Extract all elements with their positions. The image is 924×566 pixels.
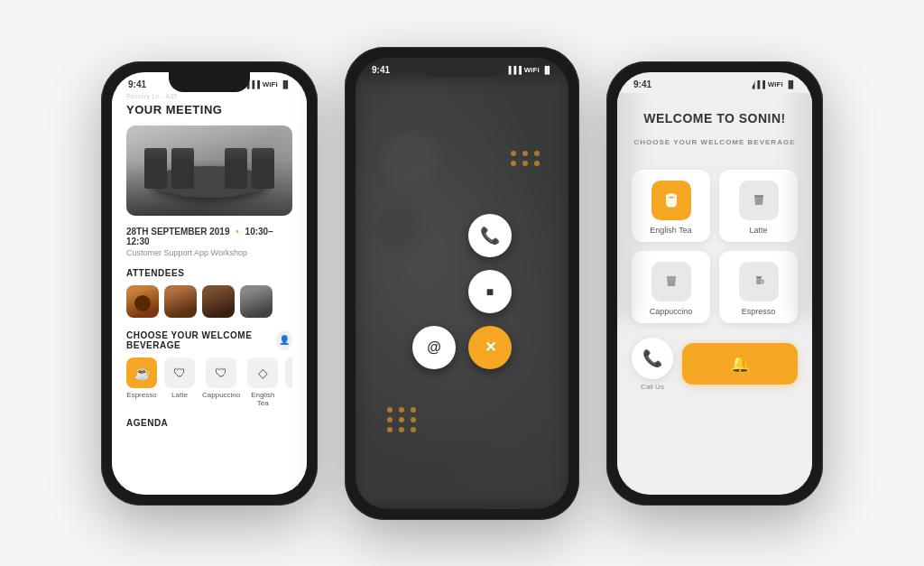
dot bbox=[411, 427, 416, 432]
espresso-card-icon bbox=[739, 262, 779, 302]
beverage-grid: English Tea Latte bbox=[617, 170, 812, 323]
avatar-4 bbox=[240, 285, 273, 318]
dot bbox=[387, 407, 393, 413]
dot bbox=[411, 407, 416, 413]
dot bbox=[387, 417, 393, 422]
phone-right: 9:41 ▐▐▐ WiFi ▐▌ WELCOME TO SONIN! CHOOS… bbox=[606, 61, 823, 506]
dots-grid-right bbox=[511, 151, 541, 166]
bev-item-espresso[interactable]: ☕ Espresso bbox=[126, 357, 157, 407]
dots-grid-left bbox=[387, 407, 418, 432]
notch-center bbox=[421, 58, 503, 78]
latte-card-label: Latte bbox=[749, 226, 767, 235]
map-label: Rectory Ln · A35 bbox=[126, 93, 292, 99]
dot bbox=[522, 161, 528, 166]
phone-screen-left: Rectory Ln · A35 YOUR MEETING bbox=[112, 93, 307, 490]
phone-center: 9:41 ▐▐▐ WiFi ▐▌ bbox=[345, 47, 579, 520]
phone-center-screen: 9:41 ▐▐▐ WiFi ▐▌ bbox=[356, 58, 568, 509]
agenda-title: AGENDA bbox=[126, 418, 292, 428]
bev-card-english-tea[interactable]: English Tea bbox=[632, 170, 710, 242]
cappuccino-label: Cappuccino bbox=[202, 391, 240, 399]
meeting-image-inner bbox=[126, 125, 292, 216]
dot bbox=[387, 427, 393, 432]
avatar-1 bbox=[126, 285, 159, 318]
dot bbox=[399, 407, 404, 413]
cappuccino-icon: 🛡 bbox=[206, 357, 236, 388]
latte-icon: 🛡 bbox=[164, 357, 195, 388]
notch-left bbox=[169, 72, 250, 92]
bev-card-espresso[interactable]: Espresso bbox=[719, 251, 798, 323]
meeting-subtitle: Customer Support App Workshop bbox=[126, 248, 292, 257]
espresso-label: Espresso bbox=[126, 391, 156, 399]
status-icons-center: ▐▐▐ WiFi ▐▌ bbox=[506, 66, 552, 74]
time-right: 9:41 bbox=[633, 79, 651, 89]
more-icon: » bbox=[285, 357, 292, 388]
call-us-button[interactable]: 📞 bbox=[632, 338, 673, 379]
choose-beverage-label: CHOOSE YOUR WELCOME BEVERAGE bbox=[632, 138, 798, 146]
wifi-icon: WiFi bbox=[263, 80, 278, 88]
dot bbox=[511, 151, 516, 156]
phones-container: 9:41 ▐▐▐ WiFi ▐▌ Rectory Ln · A35 YOUR M… bbox=[0, 29, 924, 538]
dot bbox=[534, 161, 540, 166]
notify-button[interactable]: 🔔 bbox=[682, 343, 798, 385]
phone-screen-right: WELCOME TO SONIN! CHOOSE YOUR WELCOME BE… bbox=[617, 93, 812, 490]
dot bbox=[399, 427, 404, 432]
avatar-3 bbox=[202, 285, 235, 318]
svg-rect-0 bbox=[669, 197, 674, 199]
side-blur-left bbox=[617, 93, 635, 319]
bottom-actions: 📞 Call Us 🔔 bbox=[617, 338, 812, 391]
message-fab-button[interactable]: ■ bbox=[468, 270, 512, 313]
bev-card-latte[interactable]: Latte bbox=[719, 170, 798, 242]
phone-left: 9:41 ▐▐▐ WiFi ▐▌ Rectory Ln · A35 YOUR M… bbox=[101, 61, 318, 506]
bev-item-cappuccino[interactable]: 🛡 Cappuccino bbox=[202, 357, 240, 407]
beverage-section-title: CHOOSE YOUR WELCOME BEVERAGE bbox=[126, 330, 276, 350]
phone-right-screen: 9:41 ▐▐▐ WiFi ▐▌ WELCOME TO SONIN! CHOOS… bbox=[617, 72, 812, 495]
cappuccino-card-label: Cappuccino bbox=[650, 307, 693, 316]
dot bbox=[411, 417, 416, 422]
dot bbox=[522, 151, 528, 156]
svg-rect-1 bbox=[757, 198, 761, 199]
battery-icon-c: ▐▌ bbox=[542, 66, 552, 74]
bev-item-english-tea[interactable]: ◇ English Tea bbox=[247, 357, 278, 407]
welcome-title: WELCOME TO SONIN! bbox=[632, 111, 798, 125]
beverages-scroll[interactable]: ☕ Espresso 🛡 Latte 🛡 Cappuccino ◇ Englis… bbox=[126, 357, 292, 407]
svg-rect-3 bbox=[670, 279, 673, 280]
time-left: 9:41 bbox=[128, 79, 146, 89]
bev-item-latte[interactable]: 🛡 Latte bbox=[164, 357, 195, 407]
avatar-2 bbox=[164, 285, 197, 318]
dot bbox=[399, 417, 404, 422]
english-tea-label: English Tea bbox=[247, 391, 278, 407]
cappuccino-card-icon bbox=[651, 262, 691, 302]
notch-right bbox=[674, 72, 755, 92]
english-tea-icon: ◇ bbox=[247, 357, 278, 388]
latte-label: Latte bbox=[171, 391, 188, 399]
meeting-image bbox=[126, 125, 292, 216]
phone-left-screen: 9:41 ▐▐▐ WiFi ▐▌ Rectory Ln · A35 YOUR M… bbox=[112, 72, 307, 495]
fab-menu: 📞 ■ @ ✕ bbox=[412, 214, 512, 369]
status-icons-right: ▐▐▐ WiFi ▐▌ bbox=[750, 80, 796, 88]
at-fab-button[interactable]: @ bbox=[412, 326, 456, 369]
signal-icon-c: ▐▐▐ bbox=[506, 66, 522, 74]
phone-screen-center: 📞 ■ @ ✕ bbox=[356, 79, 568, 505]
wifi-icon-c: WiFi bbox=[524, 66, 540, 74]
blurred-circle-1 bbox=[383, 133, 437, 187]
side-blur-right bbox=[794, 93, 812, 319]
latte-card-icon bbox=[739, 181, 779, 220]
time-center: 9:41 bbox=[372, 65, 390, 75]
english-tea-card-icon bbox=[651, 181, 691, 220]
english-tea-card-label: English Tea bbox=[650, 226, 691, 235]
status-icons-left: ▐▐▐ WiFi ▐▌ bbox=[245, 80, 291, 88]
battery-icon: ▐▌ bbox=[281, 80, 291, 88]
phone-fab-button[interactable]: 📞 bbox=[468, 214, 512, 257]
bev-item-more[interactable]: » W... bbox=[285, 357, 292, 407]
espresso-card-label: Espresso bbox=[742, 307, 776, 316]
espresso-icon: ☕ bbox=[126, 357, 157, 388]
meeting-date: 28TH SEPTEMBER 2019 • 10:30–12:30 bbox=[126, 227, 292, 246]
close-fab-button[interactable]: ✕ bbox=[468, 326, 512, 369]
dot bbox=[534, 151, 540, 156]
fab-row-3: @ ✕ bbox=[412, 326, 512, 369]
beverage-section-header: CHOOSE YOUR WELCOME BEVERAGE 👤 bbox=[126, 330, 292, 350]
svg-rect-4 bbox=[757, 279, 760, 280]
dot bbox=[511, 161, 516, 166]
bev-card-cappuccino[interactable]: Cappuccino bbox=[632, 251, 710, 323]
call-us-label: Call Us bbox=[641, 383, 664, 391]
